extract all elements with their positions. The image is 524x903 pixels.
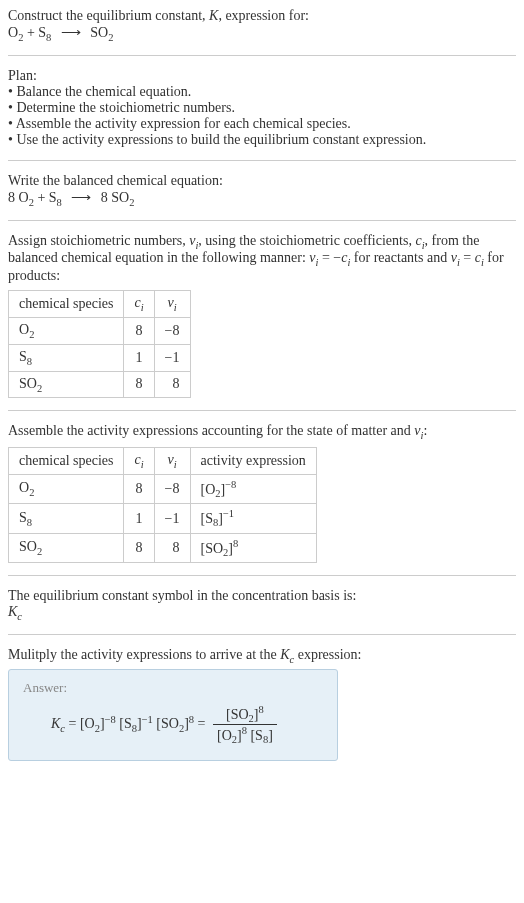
- species: O: [19, 480, 29, 495]
- species: O: [8, 25, 18, 40]
- assign-section: Assign stoichiometric numbers, νi, using…: [8, 233, 516, 399]
- subscript: i: [174, 302, 177, 313]
- cell-ci: 8: [124, 474, 154, 503]
- divider: [8, 410, 516, 411]
- divider: [8, 634, 516, 635]
- assemble-text: :: [423, 423, 427, 438]
- cell-activity: [SO2]8: [190, 533, 316, 562]
- k-symbol: K: [51, 716, 60, 731]
- assign-text: for reactants and: [350, 250, 450, 265]
- assemble-section: Assemble the activity expressions accoun…: [8, 423, 516, 563]
- k-symbol: K: [280, 647, 289, 662]
- fraction: [SO2]8[O2]8 [S8]: [213, 704, 277, 746]
- intro-section: Construct the equilibrium constant, K, e…: [8, 8, 516, 43]
- basis-text: The equilibrium constant symbol in the c…: [8, 588, 516, 604]
- multiply-text: expression:: [294, 647, 361, 662]
- subscript: 2: [29, 329, 34, 340]
- exponent: −1: [223, 508, 234, 519]
- denominator: [O2]8 [S8]: [213, 725, 277, 745]
- table-row: S8 1 −1: [9, 344, 191, 371]
- activity-table: chemical species ci νi activity expressi…: [8, 447, 317, 563]
- equals: =: [65, 716, 80, 731]
- divider: [8, 575, 516, 576]
- subscript: 2: [29, 487, 34, 498]
- species: SO: [19, 539, 37, 554]
- divider: [8, 220, 516, 221]
- th-activity: activity expression: [190, 448, 316, 475]
- cell-nui: 8: [154, 533, 190, 562]
- assign-text: , using the stoichiometric coefficients,: [198, 233, 415, 248]
- cell-ci: 8: [124, 533, 154, 562]
- th-species: chemical species: [9, 448, 124, 475]
- term: [SO: [226, 707, 249, 722]
- intro-text-b: , expression for:: [218, 8, 309, 23]
- cell-ci: 1: [124, 344, 154, 371]
- subscript: 2: [37, 382, 42, 393]
- bracket-open: [O: [201, 482, 216, 497]
- exponent: 8: [242, 725, 247, 736]
- subscript: 2: [37, 546, 42, 557]
- plan-title: Plan:: [8, 68, 516, 84]
- subscript: c: [17, 611, 22, 622]
- divider: [8, 55, 516, 56]
- balanced-section: Write the balanced chemical equation: 8 …: [8, 173, 516, 208]
- exponent: 8: [259, 704, 264, 715]
- table-row: O2 8 −8 [O2]−8: [9, 474, 317, 503]
- answer-equation: Kc = [O2]−8 [S8]−1 [SO2]8 = [SO2]8[O2]8 …: [51, 704, 323, 746]
- exponent: −8: [225, 479, 236, 490]
- th-ci: ci: [124, 291, 154, 318]
- table-row: S8 1 −1 [S8]−1: [9, 504, 317, 533]
- cell-ci: 1: [124, 504, 154, 533]
- subscript: i: [141, 302, 144, 313]
- th-ci: ci: [124, 448, 154, 475]
- eq-text: = −: [318, 250, 341, 265]
- multiply-section: Mulitply the activity expressions to arr…: [8, 647, 516, 665]
- species: O: [19, 322, 29, 337]
- reaction-arrow: ⟶: [61, 24, 81, 41]
- cell-species: S8: [9, 504, 124, 533]
- cell-nui: −8: [154, 317, 190, 344]
- answer-label: Answer:: [23, 680, 323, 696]
- subscript: i: [141, 459, 144, 470]
- species: S: [19, 510, 27, 525]
- term: [SO: [156, 716, 179, 731]
- th-nui: νi: [154, 448, 190, 475]
- species: SO: [90, 25, 108, 40]
- cell-species: O2: [9, 474, 124, 503]
- cell-ci: 8: [124, 317, 154, 344]
- exponent: −1: [142, 713, 153, 724]
- species: S: [38, 25, 46, 40]
- species: S: [19, 349, 27, 364]
- cell-nui: 8: [154, 371, 190, 398]
- th-species: chemical species: [9, 291, 124, 318]
- exponent: 8: [233, 538, 238, 549]
- coeff: 8: [101, 190, 112, 205]
- subscript: 2: [129, 197, 134, 208]
- plus: +: [34, 190, 49, 205]
- plan-item: • Determine the stoichiometric numbers.: [8, 100, 516, 116]
- th-nui: νi: [154, 291, 190, 318]
- balanced-equation: 8 O2 + S8 ⟶ 8 SO2: [8, 189, 516, 208]
- subscript: 8: [27, 517, 32, 528]
- cell-species: SO2: [9, 371, 124, 398]
- plan-section: Plan: • Balance the chemical equation. •…: [8, 68, 516, 148]
- cell-species: S8: [9, 344, 124, 371]
- reaction-arrow: ⟶: [71, 189, 91, 206]
- eq-text: =: [460, 250, 475, 265]
- bracket-open: [SO: [201, 541, 224, 556]
- term: [O: [217, 728, 232, 743]
- stoich-table: chemical species ci νi O2 8 −8 S8 1 −1 S…: [8, 290, 191, 398]
- answer-box: Answer: Kc = [O2]−8 [S8]−1 [SO2]8 = [SO2…: [8, 669, 338, 761]
- subscript: 8: [57, 197, 62, 208]
- divider: [8, 160, 516, 161]
- cell-species: O2: [9, 317, 124, 344]
- bracket-close: ]: [268, 728, 273, 743]
- intro-text: Construct the equilibrium constant,: [8, 8, 209, 23]
- cell-nui: −1: [154, 504, 190, 533]
- equals: =: [194, 716, 209, 731]
- subscript: 8: [27, 356, 32, 367]
- table-header-row: chemical species ci νi activity expressi…: [9, 448, 317, 475]
- term: [S: [250, 728, 262, 743]
- table-row: SO2 8 8: [9, 371, 191, 398]
- species: SO: [111, 190, 129, 205]
